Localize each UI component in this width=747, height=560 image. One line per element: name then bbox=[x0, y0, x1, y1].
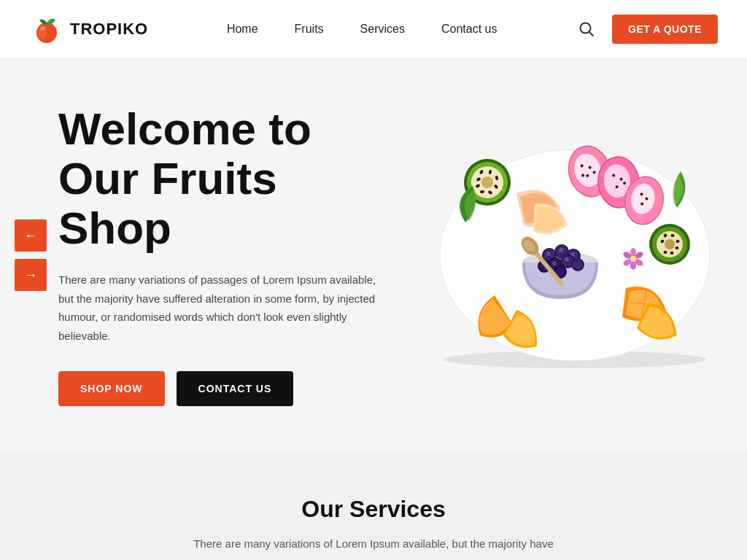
logo-icon bbox=[29, 12, 63, 46]
shop-now-button[interactable]: SHOP NOW bbox=[58, 371, 165, 406]
hero-buttons: SHOP NOW CONTACT US bbox=[58, 371, 403, 406]
services-section: Our Services There are many variations o… bbox=[0, 452, 747, 560]
slide-arrows: ← → bbox=[15, 219, 47, 291]
hero-title: Welcome to Our Fruits Shop bbox=[58, 104, 403, 254]
svg-point-66 bbox=[565, 257, 569, 262]
svg-point-45 bbox=[676, 240, 680, 243]
get-quote-button[interactable]: GET A QUOTE bbox=[612, 15, 718, 44]
nav-item-fruits[interactable]: Fruits bbox=[295, 23, 324, 36]
svg-point-41 bbox=[665, 239, 675, 249]
hero-section: ← → Welcome to Our Fruits Shop There are… bbox=[0, 58, 747, 452]
nav-item-services[interactable]: Services bbox=[360, 23, 405, 36]
svg-point-29 bbox=[481, 176, 493, 188]
services-description: There are many variations of Lorem Ipsum… bbox=[118, 534, 629, 553]
logo-link[interactable]: TROPIKO bbox=[29, 12, 148, 46]
svg-point-48 bbox=[664, 251, 667, 254]
logo-text: TROPIKO bbox=[70, 20, 148, 39]
hero-image-area bbox=[403, 142, 747, 368]
search-icon bbox=[578, 21, 595, 37]
svg-point-47 bbox=[670, 252, 674, 254]
hero-title-line1: Welcome to bbox=[58, 104, 311, 154]
svg-point-54 bbox=[546, 252, 551, 256]
nav-link-services[interactable]: Services bbox=[360, 23, 405, 35]
contact-us-button[interactable]: CONTACT US bbox=[177, 371, 294, 406]
svg-point-57 bbox=[559, 248, 563, 252]
nav-links: Home Fruits Services Contact us bbox=[227, 23, 498, 36]
nav-link-contact[interactable]: Contact us bbox=[441, 23, 497, 35]
prev-slide-button[interactable]: ← bbox=[15, 219, 47, 252]
navbar: TROPIKO Home Fruits Services Contact us … bbox=[0, 0, 747, 58]
next-slide-button[interactable]: → bbox=[15, 259, 47, 291]
svg-point-83 bbox=[630, 256, 636, 262]
svg-point-63 bbox=[552, 261, 557, 265]
svg-point-46 bbox=[676, 246, 679, 249]
svg-point-70 bbox=[573, 260, 583, 270]
services-title: Our Services bbox=[29, 496, 718, 523]
nav-link-home[interactable]: Home bbox=[227, 23, 258, 35]
nav-link-fruits[interactable]: Fruits bbox=[295, 23, 324, 35]
fruit-plate-illustration bbox=[422, 142, 728, 368]
svg-line-4 bbox=[589, 32, 594, 36]
svg-point-44 bbox=[671, 234, 675, 237]
nav-item-contact[interactable]: Contact us bbox=[441, 23, 497, 36]
nav-right: GET A QUOTE bbox=[576, 15, 718, 44]
hero-content: Welcome to Our Fruits Shop There are man… bbox=[58, 104, 403, 407]
hero-title-line2: Our Fruits bbox=[58, 153, 277, 203]
nav-item-home[interactable]: Home bbox=[227, 23, 258, 36]
search-button[interactable] bbox=[576, 18, 597, 40]
hero-title-line3: Shop bbox=[58, 203, 171, 253]
hero-description: There are many variations of passages of… bbox=[58, 271, 379, 345]
